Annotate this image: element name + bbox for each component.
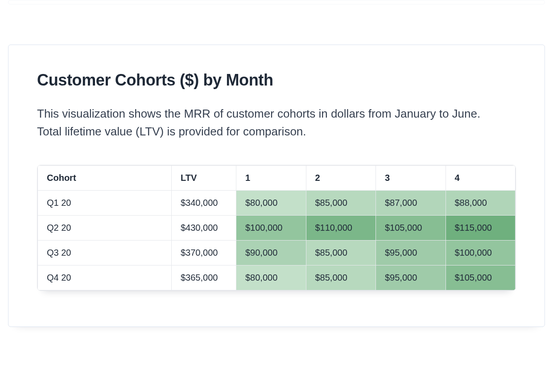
table-row: Q2 20$430,000$100,000$110,000$105,000$11… bbox=[38, 215, 516, 240]
cell-month: $105,000 bbox=[446, 265, 516, 290]
cell-month: $85,000 bbox=[306, 240, 376, 265]
cell-month: $85,000 bbox=[306, 190, 376, 215]
col-header-cohort: Cohort bbox=[38, 165, 172, 190]
cell-month: $80,000 bbox=[236, 190, 306, 215]
cell-ltv: $340,000 bbox=[172, 190, 236, 215]
cell-month: $95,000 bbox=[376, 265, 446, 290]
table-header: Cohort LTV 1 2 3 4 bbox=[38, 165, 516, 190]
table-row: Q3 20$370,000$90,000$85,000$95,000$100,0… bbox=[38, 240, 516, 265]
cohort-table: Cohort LTV 1 2 3 4 Q1 20$340,000$80,000$… bbox=[37, 165, 516, 290]
cell-month: $88,000 bbox=[446, 190, 516, 215]
card-description: This visualization shows the MRR of cust… bbox=[37, 105, 483, 141]
cell-month: $95,000 bbox=[376, 240, 446, 265]
cell-ltv: $370,000 bbox=[172, 240, 236, 265]
table-row: Q1 20$340,000$80,000$85,000$87,000$88,00… bbox=[38, 190, 516, 215]
col-header-month-3: 3 bbox=[376, 165, 446, 190]
top-divider bbox=[8, 0, 545, 4]
col-header-month-4: 4 bbox=[446, 165, 516, 190]
cell-month: $80,000 bbox=[236, 265, 306, 290]
cell-month: $87,000 bbox=[376, 190, 446, 215]
cell-cohort: Q3 20 bbox=[38, 240, 172, 265]
cell-month: $90,000 bbox=[236, 240, 306, 265]
col-header-ltv: LTV bbox=[172, 165, 236, 190]
table-body: Q1 20$340,000$80,000$85,000$87,000$88,00… bbox=[38, 190, 516, 290]
cell-month: $100,000 bbox=[446, 240, 516, 265]
cell-month: $100,000 bbox=[236, 215, 306, 240]
col-header-month-1: 1 bbox=[236, 165, 306, 190]
cell-cohort: Q1 20 bbox=[38, 190, 172, 215]
table-row: Q4 20$365,000$80,000$85,000$95,000$105,0… bbox=[38, 265, 516, 290]
cell-month: $115,000 bbox=[446, 215, 516, 240]
cell-ltv: $430,000 bbox=[172, 215, 236, 240]
cohort-card: Customer Cohorts ($) by Month This visua… bbox=[8, 45, 545, 327]
cell-ltv: $365,000 bbox=[172, 265, 236, 290]
card-title: Customer Cohorts ($) by Month bbox=[37, 71, 516, 90]
cell-cohort: Q2 20 bbox=[38, 215, 172, 240]
cell-month: $105,000 bbox=[376, 215, 446, 240]
col-header-month-2: 2 bbox=[306, 165, 376, 190]
cell-cohort: Q4 20 bbox=[38, 265, 172, 290]
cell-month: $85,000 bbox=[306, 265, 376, 290]
cohort-table-wrap: Cohort LTV 1 2 3 4 Q1 20$340,000$80,000$… bbox=[37, 165, 516, 291]
cell-month: $110,000 bbox=[306, 215, 376, 240]
